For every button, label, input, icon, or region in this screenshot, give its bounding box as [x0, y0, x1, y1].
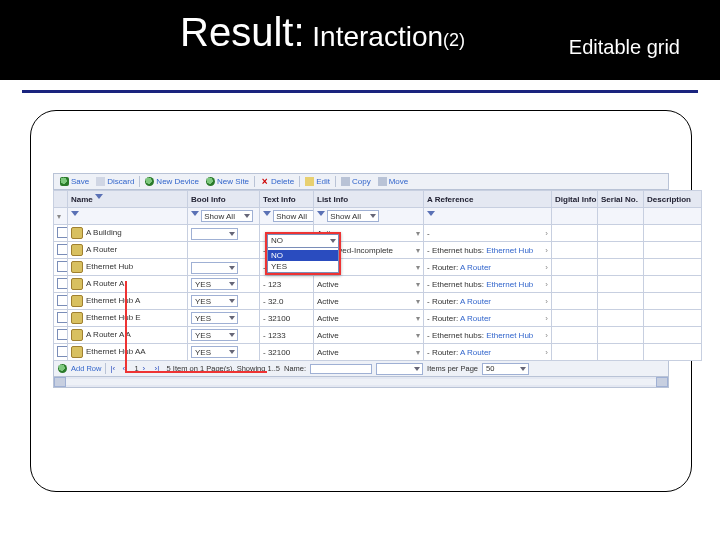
cell-serial[interactable]: [598, 327, 644, 344]
col-desc[interactable]: Description: [644, 191, 702, 208]
name-input[interactable]: [310, 364, 372, 374]
filter-serial[interactable]: [598, 208, 644, 225]
row-checkbox[interactable]: [54, 259, 68, 276]
cell-text[interactable]: - 32100: [260, 344, 314, 361]
cell-digital[interactable]: [552, 259, 598, 276]
col-checkbox[interactable]: [54, 191, 68, 208]
cell-digital[interactable]: [552, 327, 598, 344]
cell-digital[interactable]: [552, 276, 598, 293]
bool-dropdown-open[interactable]: NO NO YES: [265, 232, 341, 275]
filter-name[interactable]: [68, 208, 188, 225]
first-page-button[interactable]: |‹: [110, 365, 118, 373]
cell-bool[interactable]: YES: [188, 344, 260, 361]
cell-serial[interactable]: [598, 344, 644, 361]
horizontal-scrollbar[interactable]: [53, 377, 669, 388]
cell-name[interactable]: Ethernet Hub A: [68, 293, 188, 310]
cell-ref[interactable]: - Ethernet hubs: Ethernet Hub›: [424, 242, 552, 259]
scroll-left-button[interactable]: [54, 377, 66, 387]
cell-list[interactable]: Active ▾: [314, 293, 424, 310]
cell-name[interactable]: Ethernet Hub E: [68, 310, 188, 327]
cell-text[interactable]: - 1233: [260, 327, 314, 344]
cell-bool[interactable]: YES: [188, 310, 260, 327]
bool-select[interactable]: [191, 228, 238, 240]
reference-link[interactable]: A Router: [460, 297, 491, 306]
cell-name[interactable]: Ethernet Hub: [68, 259, 188, 276]
cell-serial[interactable]: [598, 293, 644, 310]
bool-select[interactable]: YES: [191, 329, 238, 341]
filter-digital[interactable]: [552, 208, 598, 225]
cell-bool[interactable]: [188, 259, 260, 276]
cell-ref[interactable]: - Ethernet hubs: Ethernet Hub›: [424, 276, 552, 293]
copy-button[interactable]: Copy: [339, 177, 373, 186]
bool-select[interactable]: YES: [191, 295, 238, 307]
cell-name[interactable]: A Building: [68, 225, 188, 242]
delete-button[interactable]: ×Delete: [258, 177, 296, 186]
filter-bool[interactable]: Show All: [188, 208, 260, 225]
cell-serial[interactable]: [598, 242, 644, 259]
cell-ref[interactable]: - Router: A Router›: [424, 293, 552, 310]
row-checkbox[interactable]: [54, 242, 68, 259]
cell-digital[interactable]: [552, 225, 598, 242]
chevron-down-icon[interactable]: ▾: [57, 212, 61, 221]
row-checkbox[interactable]: [54, 276, 68, 293]
cell-text[interactable]: - 123: [260, 276, 314, 293]
cell-list[interactable]: Active ▾: [314, 276, 424, 293]
col-text[interactable]: Text Info: [260, 191, 314, 208]
cell-desc[interactable]: [644, 276, 702, 293]
edit-button[interactable]: Edit: [303, 177, 332, 186]
cell-name[interactable]: A Router A: [68, 276, 188, 293]
cell-desc[interactable]: [644, 344, 702, 361]
col-list[interactable]: List Info: [314, 191, 424, 208]
cell-bool[interactable]: YES: [188, 293, 260, 310]
filter-list[interactable]: Show All: [314, 208, 424, 225]
cell-serial[interactable]: [598, 276, 644, 293]
new-site-button[interactable]: New Site: [204, 177, 251, 186]
bool-select[interactable]: YES: [191, 312, 238, 324]
cell-ref[interactable]: - Router: A Router›: [424, 344, 552, 361]
cell-ref[interactable]: - Router: A Router›: [424, 310, 552, 327]
cell-desc[interactable]: [644, 225, 702, 242]
cell-serial[interactable]: [598, 259, 644, 276]
cell-desc[interactable]: [644, 293, 702, 310]
filter-select[interactable]: Show All: [327, 210, 379, 222]
cell-text[interactable]: - 32.0: [260, 293, 314, 310]
reference-link[interactable]: A Router: [460, 263, 491, 272]
cell-name[interactable]: A Router A A: [68, 327, 188, 344]
col-bool[interactable]: Bool Info: [188, 191, 260, 208]
scroll-track[interactable]: [66, 379, 656, 385]
dropdown-option-no[interactable]: NO: [268, 250, 338, 261]
cell-bool[interactable]: YES: [188, 327, 260, 344]
reference-link[interactable]: Ethernet Hub: [486, 246, 533, 255]
cell-digital[interactable]: [552, 242, 598, 259]
cell-desc[interactable]: [644, 327, 702, 344]
bool-select[interactable]: YES: [191, 278, 238, 290]
row-checkbox[interactable]: [54, 293, 68, 310]
reference-link[interactable]: A Router: [460, 348, 491, 357]
cell-digital[interactable]: [552, 310, 598, 327]
cell-digital[interactable]: [552, 344, 598, 361]
dropdown-current[interactable]: NO: [267, 234, 339, 248]
scroll-right-button[interactable]: [656, 377, 668, 387]
col-serial[interactable]: Serial No.: [598, 191, 644, 208]
new-device-button[interactable]: New Device: [143, 177, 201, 186]
move-button[interactable]: Move: [376, 177, 411, 186]
filter-select[interactable]: Show All: [201, 210, 253, 222]
discard-button[interactable]: Discard: [94, 177, 136, 186]
cell-desc[interactable]: [644, 259, 702, 276]
cell-bool[interactable]: YES: [188, 276, 260, 293]
cell-ref[interactable]: - Router: A Router›: [424, 259, 552, 276]
cell-list[interactable]: Active ▾: [314, 327, 424, 344]
cell-serial[interactable]: [598, 310, 644, 327]
filter-desc[interactable]: [644, 208, 702, 225]
filter-text[interactable]: Show All: [260, 208, 314, 225]
cell-bool[interactable]: [188, 242, 260, 259]
reference-link[interactable]: A Router: [460, 314, 491, 323]
col-digital[interactable]: Digital Info: [552, 191, 598, 208]
filter-select[interactable]: Show All: [273, 210, 313, 222]
cell-digital[interactable]: [552, 293, 598, 310]
cell-ref[interactable]: - Ethernet hubs: Ethernet Hub›: [424, 327, 552, 344]
bool-select[interactable]: [191, 262, 238, 274]
add-row-button[interactable]: Add Row: [71, 364, 101, 373]
reference-link[interactable]: Ethernet Hub: [486, 280, 533, 289]
cell-text[interactable]: - 32100: [260, 310, 314, 327]
